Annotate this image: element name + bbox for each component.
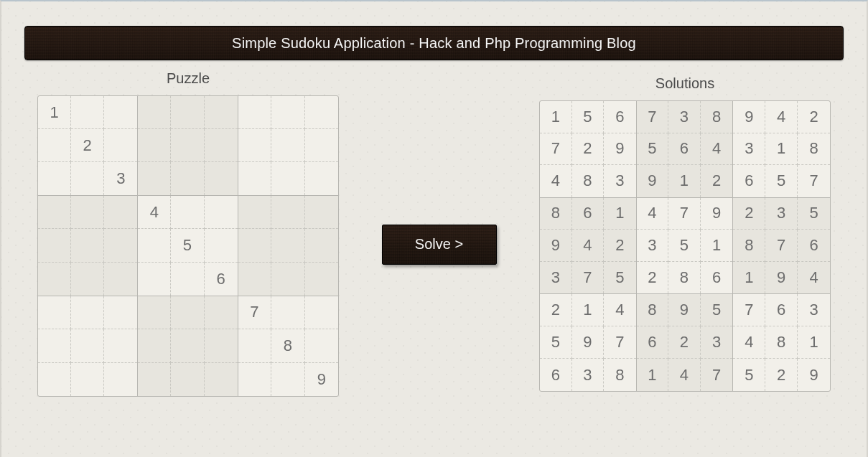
puzzle-cell-r0-c6 — [238, 96, 271, 129]
puzzle-input-r5-c7[interactable] — [271, 263, 304, 296]
puzzle-input-r1-c1[interactable] — [71, 129, 103, 161]
puzzle-input-r3-c5[interactable] — [205, 196, 238, 228]
puzzle-input-r1-c7[interactable] — [271, 129, 304, 161]
puzzle-input-r6-c0[interactable] — [38, 296, 70, 329]
puzzle-input-r3-c4[interactable] — [171, 196, 203, 228]
puzzle-cell-r3-c0 — [38, 196, 71, 229]
puzzle-cell-r7-c4 — [171, 329, 204, 362]
puzzle-input-r8-c7[interactable] — [271, 363, 304, 396]
puzzle-input-r6-c3[interactable] — [138, 296, 170, 329]
puzzle-input-r0-c2[interactable] — [104, 96, 137, 128]
puzzle-input-r7-c7[interactable] — [271, 329, 304, 362]
puzzle-input-r8-c4[interactable] — [171, 363, 203, 396]
puzzle-input-r7-c8[interactable] — [305, 329, 338, 362]
puzzle-cell-r4-c3 — [138, 229, 171, 262]
solution-cell-r7-c5: 3 — [701, 326, 733, 359]
puzzle-input-r1-c6[interactable] — [238, 129, 271, 161]
puzzle-input-r8-c2[interactable] — [104, 363, 137, 396]
solution-cell-r6-c0: 2 — [540, 294, 572, 326]
puzzle-input-r4-c0[interactable] — [38, 229, 70, 261]
puzzle-input-r1-c0[interactable] — [38, 129, 70, 161]
puzzle-input-r0-c8[interactable] — [305, 96, 338, 128]
puzzle-input-r8-c1[interactable] — [71, 363, 103, 396]
puzzle-cell-r4-c5 — [205, 229, 238, 262]
puzzle-input-r5-c8[interactable] — [305, 263, 338, 296]
puzzle-input-r6-c6[interactable] — [238, 296, 271, 329]
puzzle-input-r7-c2[interactable] — [104, 329, 137, 362]
puzzle-cell-r1-c8 — [305, 129, 338, 162]
puzzle-input-r0-c6[interactable] — [238, 96, 271, 128]
puzzle-input-r1-c8[interactable] — [305, 129, 338, 161]
puzzle-input-r5-c3[interactable] — [138, 263, 170, 296]
puzzle-input-r6-c4[interactable] — [171, 296, 203, 329]
puzzle-input-r4-c5[interactable] — [205, 229, 238, 261]
puzzle-cell-r7-c6 — [238, 329, 271, 362]
puzzle-input-r0-c7[interactable] — [271, 96, 304, 128]
puzzle-input-r4-c4[interactable] — [171, 229, 203, 261]
puzzle-input-r8-c3[interactable] — [138, 363, 170, 396]
puzzle-input-r6-c5[interactable] — [205, 296, 238, 329]
puzzle-input-r8-c5[interactable] — [205, 363, 238, 396]
puzzle-input-r0-c3[interactable] — [138, 96, 170, 128]
puzzle-input-r4-c2[interactable] — [104, 229, 137, 261]
puzzle-input-r4-c8[interactable] — [305, 229, 338, 261]
solution-cell-r1-c3: 5 — [637, 133, 669, 166]
puzzle-input-r3-c6[interactable] — [238, 196, 271, 228]
puzzle-input-r4-c7[interactable] — [271, 229, 304, 261]
puzzle-input-r3-c2[interactable] — [104, 196, 137, 228]
puzzle-input-r7-c5[interactable] — [205, 329, 238, 362]
puzzle-cell-r6-c0 — [38, 296, 71, 329]
puzzle-input-r2-c5[interactable] — [205, 162, 238, 195]
puzzle-cell-r2-c0 — [38, 162, 71, 195]
solution-cell-r4-c2: 2 — [604, 230, 636, 262]
puzzle-input-r3-c0[interactable] — [38, 196, 70, 228]
puzzle-input-r8-c0[interactable] — [38, 363, 70, 396]
puzzle-input-r3-c1[interactable] — [71, 196, 103, 228]
puzzle-input-r3-c7[interactable] — [271, 196, 304, 228]
puzzle-input-r8-c8[interactable] — [305, 363, 338, 396]
puzzle-input-r1-c3[interactable] — [138, 129, 170, 161]
puzzle-input-r2-c7[interactable] — [271, 162, 304, 195]
puzzle-input-r1-c2[interactable] — [104, 129, 137, 161]
puzzle-input-r7-c6[interactable] — [238, 329, 271, 362]
puzzle-input-r2-c0[interactable] — [38, 162, 70, 195]
puzzle-input-r0-c1[interactable] — [71, 96, 103, 128]
puzzle-input-r7-c4[interactable] — [171, 329, 203, 362]
puzzle-input-r6-c2[interactable] — [104, 296, 137, 329]
puzzle-input-r4-c1[interactable] — [71, 229, 103, 261]
puzzle-input-r0-c5[interactable] — [205, 96, 238, 128]
solve-button[interactable]: Solve > — [382, 225, 497, 265]
puzzle-input-r3-c8[interactable] — [305, 196, 338, 228]
puzzle-input-r5-c5[interactable] — [205, 263, 238, 296]
puzzle-cell-r6-c3 — [138, 296, 171, 329]
puzzle-input-r6-c7[interactable] — [271, 296, 304, 329]
puzzle-input-r5-c0[interactable] — [38, 263, 70, 296]
puzzle-input-r7-c1[interactable] — [71, 329, 103, 362]
puzzle-input-r8-c6[interactable] — [238, 363, 271, 396]
puzzle-input-r2-c1[interactable] — [71, 162, 103, 195]
puzzle-input-r3-c3[interactable] — [138, 196, 170, 228]
puzzle-input-r2-c2[interactable] — [104, 162, 137, 195]
puzzle-input-r5-c2[interactable] — [104, 263, 137, 296]
puzzle-input-r1-c5[interactable] — [205, 129, 238, 161]
puzzle-input-r2-c3[interactable] — [138, 162, 170, 195]
puzzle-grid — [37, 95, 339, 397]
puzzle-input-r6-c8[interactable] — [305, 296, 338, 329]
solution-cell-r2-c8: 7 — [798, 165, 830, 197]
puzzle-input-r5-c4[interactable] — [171, 263, 203, 296]
puzzle-input-r6-c1[interactable] — [71, 296, 103, 329]
puzzle-input-r7-c3[interactable] — [138, 329, 170, 362]
puzzle-input-r5-c1[interactable] — [71, 263, 103, 296]
puzzle-cell-r4-c6 — [238, 229, 271, 262]
puzzle-input-r4-c3[interactable] — [138, 229, 170, 261]
puzzle-input-r5-c6[interactable] — [238, 263, 271, 296]
solution-box: 895623147 — [637, 294, 734, 391]
puzzle-input-r4-c6[interactable] — [238, 229, 271, 261]
puzzle-input-r0-c0[interactable] — [38, 96, 70, 128]
puzzle-input-r2-c6[interactable] — [238, 162, 271, 195]
puzzle-input-r0-c4[interactable] — [171, 96, 203, 128]
puzzle-input-r1-c4[interactable] — [171, 129, 203, 161]
puzzle-input-r2-c8[interactable] — [305, 162, 338, 195]
puzzle-input-r7-c0[interactable] — [38, 329, 70, 362]
puzzle-input-r2-c4[interactable] — [171, 162, 203, 195]
